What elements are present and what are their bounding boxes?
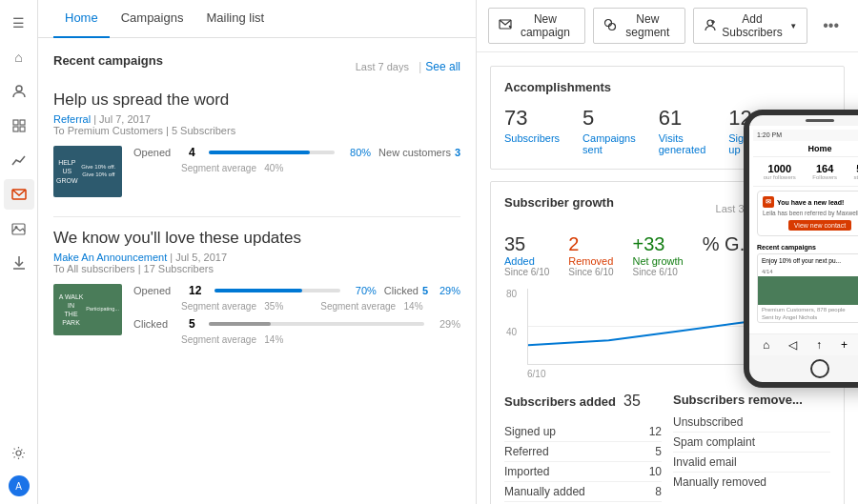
spam-label: Spam complaint bbox=[673, 435, 755, 449]
phone-add-icon[interactable]: + bbox=[841, 338, 848, 352]
added-label: Added bbox=[504, 255, 549, 267]
svg-point-16 bbox=[707, 20, 713, 26]
campaign-title-1: Help us spread the word bbox=[53, 91, 460, 110]
removed-label: Removed bbox=[568, 255, 613, 267]
phone-notification: ✉ You have a new lead! Leila has been re… bbox=[757, 191, 858, 236]
sidebar: ☰ ⌂ A bbox=[0, 0, 38, 504]
svg-rect-4 bbox=[20, 127, 25, 131]
campaign-meta-1: Referral | Jul 7, 2017 To Premium Custom… bbox=[53, 113, 460, 136]
new-segment-button[interactable]: New segment bbox=[593, 8, 685, 44]
phone-status-bar: 1:20 PM ▮▮▮ bbox=[753, 130, 858, 141]
nav-mailing-list[interactable]: Mailing list bbox=[194, 0, 276, 38]
opened-value-2: 12 bbox=[189, 284, 201, 297]
campaign-card-1: Help us spread the word Referral | Jul 7… bbox=[53, 91, 460, 197]
opened-pct-2: 70% bbox=[348, 285, 377, 296]
subs-row-referred: Referred 5 bbox=[504, 442, 662, 462]
svg-rect-1 bbox=[13, 120, 18, 125]
subs-removed-title: Subscribers remove... bbox=[673, 393, 803, 407]
phone-need-number: 531 bbox=[854, 163, 858, 174]
settings-icon[interactable] bbox=[4, 437, 34, 468]
svg-rect-3 bbox=[13, 127, 18, 131]
manually-removed-label: Manually removed bbox=[673, 475, 766, 489]
phone-campaign-image bbox=[758, 276, 858, 305]
contacts-icon[interactable] bbox=[4, 76, 34, 107]
phone-notif-icon: ✉ bbox=[763, 196, 774, 208]
signed-up-label: Signed up bbox=[504, 425, 556, 438]
campaign-date-2: Jul 5, 2017 bbox=[175, 252, 227, 263]
campaign-stats-1: Opened 4 80% New customers 3 bbox=[133, 146, 460, 179]
phone-screen: 1:20 PM ▮▮▮ Home 1000 our followers 164 bbox=[749, 126, 858, 333]
subs-removed-table: Subscribers remove... Unsubscribed Spam … bbox=[662, 393, 830, 504]
date-label: Last 7 days bbox=[356, 61, 409, 72]
manually-added-label: Manually added bbox=[504, 485, 585, 498]
stat-added: 35 Added Since 6/10 bbox=[504, 232, 549, 277]
svg-point-0 bbox=[16, 86, 22, 91]
chart-y-label-40: 40 bbox=[506, 327, 517, 337]
campaign-body-1: HELP USGROWGive 10% off. Give 10% off Op… bbox=[53, 146, 460, 197]
subs-added-count: 35 bbox=[623, 393, 641, 410]
phone-notif-text: Leila has been referred by Maxwell. bbox=[763, 210, 858, 216]
segment-avg-2: Segment average 35% Segment average 14% bbox=[181, 301, 460, 312]
chart-y-label-80: 80 bbox=[506, 289, 517, 299]
image-icon[interactable] bbox=[4, 213, 34, 244]
download-icon[interactable] bbox=[4, 248, 34, 278]
phone-view-contact-button[interactable]: View new contact bbox=[788, 220, 851, 231]
subs-added-title: Subscribers added bbox=[504, 394, 616, 409]
segment-avg-1: Segment average 40% bbox=[181, 163, 460, 173]
new-segment-icon bbox=[603, 18, 617, 34]
main-area: Home Campaigns Mailing list Recent campa… bbox=[38, 0, 858, 504]
phone-notif-title: You have a new lead! bbox=[777, 199, 844, 206]
home-nav-icon[interactable]: ⌂ bbox=[4, 42, 34, 72]
more-options-button[interactable]: ••• bbox=[815, 13, 847, 38]
grid-icon[interactable] bbox=[4, 111, 34, 141]
stat-net: +33 Net growth Since 6/10 bbox=[633, 232, 684, 277]
add-subscribers-button[interactable]: Add Subscribers ▼ bbox=[693, 8, 807, 44]
menu-icon[interactable]: ☰ bbox=[4, 8, 34, 38]
recent-campaigns-header: Recent campaigns Last 7 days | See all bbox=[53, 53, 460, 79]
nav-campaigns[interactable]: Campaigns bbox=[110, 0, 195, 38]
see-all-link[interactable]: See all bbox=[425, 60, 460, 73]
svg-rect-2 bbox=[20, 120, 25, 125]
stat-campaigns-sent-label: Campaigns sent bbox=[582, 132, 636, 155]
phone-home-nav-icon[interactable]: ⌂ bbox=[763, 338, 769, 352]
mail-icon[interactable] bbox=[4, 179, 34, 210]
right-panel: New campaign New segment Add Subscribers… bbox=[477, 0, 858, 504]
campaign-thumb-1: HELP USGROWGive 10% off. Give 10% off bbox=[53, 146, 122, 197]
phone-need-label: still need bbox=[854, 174, 858, 180]
net-since: Since 6/10 bbox=[633, 267, 684, 277]
nav-home[interactable]: Home bbox=[53, 0, 110, 38]
add-subscribers-icon bbox=[704, 18, 717, 34]
subs-row-signed-up: Signed up 12 bbox=[504, 422, 662, 442]
phone-campaign-label: Enjoy 10% off your next pu... bbox=[762, 257, 841, 264]
clicked-pct-2: 29% bbox=[432, 285, 460, 296]
referred-label: Referred bbox=[504, 445, 549, 458]
dropdown-chevron-icon[interactable]: ▼ bbox=[789, 22, 797, 30]
new-campaign-button[interactable]: New campaign bbox=[488, 8, 585, 44]
opened-value-1: 4 bbox=[189, 146, 195, 159]
imported-label: Imported bbox=[504, 465, 549, 478]
divider-1 bbox=[53, 216, 460, 217]
campaign-type-1[interactable]: Referral bbox=[53, 113, 91, 125]
opened-label-1: Opened bbox=[133, 147, 181, 158]
user-avatar[interactable]: A bbox=[9, 475, 30, 496]
campaign-thumb-2: A WALK INTHEPARKParticipating... bbox=[53, 284, 122, 335]
stat-removed: 2 Removed Since 6/10 bbox=[568, 232, 613, 277]
phone-home-button[interactable] bbox=[810, 359, 829, 378]
subs-row-manually-removed: Manually removed bbox=[673, 473, 830, 492]
stat-campaigns-sent: 5 Campaigns sent bbox=[582, 106, 636, 155]
phone-followers-label: our followers bbox=[764, 174, 796, 180]
unsubscribed-label: Unsubscribed bbox=[673, 415, 743, 429]
phone-back-icon[interactable]: ◁ bbox=[788, 338, 797, 352]
phone-recent-title: Recent campaigns bbox=[757, 244, 858, 251]
phone-share-icon[interactable]: ↑ bbox=[816, 338, 822, 352]
left-panel: Home Campaigns Mailing list Recent campa… bbox=[38, 0, 477, 504]
chart-x-label-start: 6/10 bbox=[527, 369, 545, 379]
campaign-type-2[interactable]: Make An Announcement bbox=[53, 252, 167, 263]
subs-added-table: Subscribers added 35 Signed up 12 Referr… bbox=[504, 393, 662, 504]
campaign-card-2: We know you'll love these updates Make A… bbox=[53, 229, 460, 351]
phone-new-followers-number: 164 bbox=[812, 163, 837, 174]
stat-visits-label: Visits generated bbox=[659, 132, 706, 155]
invalid-email-label: Invalid email bbox=[673, 455, 737, 469]
chart-icon[interactable] bbox=[4, 145, 34, 175]
stat-subscribers-number: 73 bbox=[504, 106, 560, 131]
